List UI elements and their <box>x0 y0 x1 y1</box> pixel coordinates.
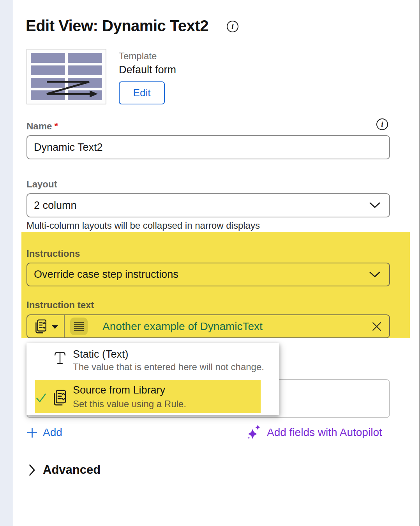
edit-template-button[interactable]: Edit <box>119 81 165 104</box>
paragraph-source-button[interactable] <box>70 318 88 335</box>
advanced-label: Advanced <box>43 463 101 477</box>
add-button[interactable]: Add <box>26 426 62 439</box>
info-icon[interactable]: i <box>376 118 388 130</box>
menu-item-description: The value that is entered here will not … <box>73 362 264 372</box>
page-title: Edit View: Dynamic Text2 <box>26 17 208 35</box>
template-label: Template <box>119 51 157 62</box>
check-icon <box>36 393 46 403</box>
dropdown-caret-icon <box>52 325 58 329</box>
name-input[interactable] <box>26 135 390 159</box>
advanced-section-toggle[interactable]: Advanced <box>29 463 101 477</box>
menu-item-description: Set this value using a Rule. <box>73 399 186 410</box>
text-icon <box>54 350 66 366</box>
layout-helper-text: Multi-column layouts will be collapsed i… <box>26 220 260 231</box>
instruction-text-value: Another example of DynamicText <box>102 320 263 333</box>
layout-select-value: 2 column <box>34 199 77 212</box>
instructions-select[interactable]: Override case step instructions <box>26 263 390 286</box>
left-rail <box>0 0 13 526</box>
instructions-label: Instructions <box>26 248 80 259</box>
autopilot-label: Add fields with Autopilot <box>267 426 382 439</box>
clear-button[interactable] <box>371 321 382 332</box>
name-label: Name* <box>26 121 58 132</box>
instruction-text-input[interactable]: Another example of DynamicText <box>26 314 390 338</box>
plus-icon <box>26 427 38 438</box>
menu-item-title: Source from Library <box>73 384 165 396</box>
chevron-down-icon <box>369 272 381 278</box>
library-icon <box>33 319 48 334</box>
reading-order-arrow-icon <box>31 53 102 100</box>
instruction-text-label: Instruction text <box>26 300 94 311</box>
source-menu: Static (Text) The value that is entered … <box>26 343 279 415</box>
template-thumbnail <box>26 49 106 104</box>
instructions-select-value: Override case step instructions <box>34 268 178 281</box>
sparkle-icon <box>247 424 261 441</box>
input-divider <box>64 315 65 337</box>
chevron-right-icon <box>29 464 35 476</box>
info-icon[interactable]: i <box>227 21 238 32</box>
edit-view-panel: Edit View: Dynamic Text2 i Template Defa… <box>0 0 420 526</box>
chevron-down-icon <box>369 202 381 208</box>
add-fields-with-autopilot-button[interactable]: Add fields with Autopilot <box>247 424 382 441</box>
menu-item-title: Static (Text) <box>73 348 129 360</box>
template-grid <box>31 53 102 100</box>
template-value: Default form <box>119 64 176 76</box>
source-picker-button[interactable] <box>27 319 58 334</box>
menu-item-source-from-library[interactable]: Source from Library Set this value using… <box>26 378 279 415</box>
add-label: Add <box>43 426 62 439</box>
close-icon <box>371 321 382 332</box>
layout-select[interactable]: 2 column <box>26 193 390 217</box>
layout-label: Layout <box>26 179 57 190</box>
menu-item-static-text[interactable]: Static (Text) The value that is entered … <box>26 343 279 378</box>
library-icon <box>51 389 67 407</box>
paragraph-icon <box>74 322 84 331</box>
required-asterisk: * <box>54 121 58 131</box>
